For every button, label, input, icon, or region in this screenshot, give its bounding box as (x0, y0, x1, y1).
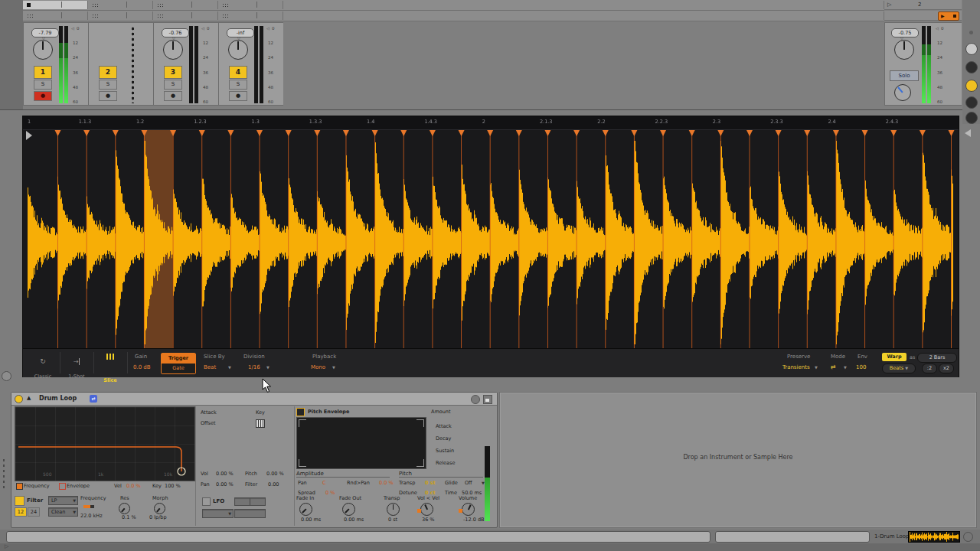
frequency-legend[interactable]: Frequency (24, 483, 50, 489)
device-on-toggle[interactable] (15, 395, 23, 403)
trigger-gate-switch[interactable]: Trigger Gate (161, 353, 196, 374)
mod-pan-value[interactable]: 0.00 % (216, 481, 234, 487)
lfo-rate-mode-button[interactable] (234, 497, 250, 506)
horizontal-scrollbar[interactable] (6, 531, 710, 543)
vel-value[interactable]: 0.0 % (126, 483, 141, 489)
lfo-wave-dropdown[interactable]: ▼ (202, 509, 234, 518)
master-round-button[interactable] (965, 112, 978, 124)
track-number-button[interactable]: 1 (34, 66, 52, 79)
clip-slot[interactable] (88, 1, 153, 9)
track-volume-value[interactable]: -inf (227, 28, 254, 37)
device-fold-button[interactable]: ▲ (27, 395, 31, 401)
filter-frequency-value[interactable]: 22.0 kHz (80, 513, 103, 519)
mod-filter-value[interactable]: 0.00 (268, 481, 279, 487)
fade-out-knob[interactable] (342, 503, 355, 516)
slope-24-button[interactable]: 24 (28, 507, 40, 517)
preserve-value[interactable]: Transients (782, 364, 810, 370)
track-arm-button[interactable]: ● (34, 91, 52, 101)
beat-time-ruler[interactable]: 11.1.31.21.2.31.31.3.31.41.4.322.1.32.22… (23, 116, 959, 130)
envelope-legend[interactable]: Envelope (67, 483, 90, 489)
volume-value[interactable]: -12.0 dB (463, 517, 484, 523)
track-pan-knob[interactable] (163, 40, 183, 60)
mode-classic-button[interactable]: ↻ Classic (29, 352, 57, 373)
master-pan-knob[interactable] (894, 40, 914, 60)
env-sustain-label[interactable]: Sustain (436, 448, 454, 454)
save-preset-icon[interactable] (483, 395, 492, 404)
mode-slice-button[interactable]: Slice (96, 352, 124, 373)
morph-knob[interactable] (154, 503, 165, 514)
wrench-icon[interactable] (471, 395, 480, 404)
mod-vol-value[interactable]: 0.00 % (216, 471, 234, 477)
filter-type-dropdown[interactable]: LP▼ (48, 496, 78, 505)
res-value[interactable]: 0.1 % (122, 514, 136, 520)
master-round-button[interactable] (965, 43, 978, 55)
master-volume-value[interactable]: -0.75 (891, 28, 919, 37)
clip-view-selector-icon[interactable] (2, 371, 11, 381)
rnd-pan-value[interactable]: 0.0 % (379, 480, 394, 486)
filter-display[interactable]: 500 1k 10k (15, 406, 195, 481)
master-solo-button[interactable]: Solo (890, 70, 919, 81)
scene-fire-button[interactable]: ▶ (938, 11, 959, 21)
hot-swap-icon[interactable]: ⇄ (90, 395, 97, 403)
frequency-swatch-icon[interactable] (16, 483, 23, 490)
clip-slot[interactable] (153, 1, 218, 9)
trigger-option[interactable]: Trigger (162, 354, 195, 364)
morph-value[interactable]: 0 lp/bp (149, 514, 167, 520)
env-value[interactable]: 100 (856, 364, 866, 370)
warp-bars-button[interactable]: 2 Bars (917, 353, 957, 363)
envelope-display[interactable] (296, 417, 426, 469)
fade-in-value[interactable]: 0.00 ms (301, 517, 321, 523)
warp-button[interactable]: Warp (882, 353, 906, 361)
clip-slot[interactable] (88, 11, 153, 20)
key-value[interactable]: 100 % (165, 483, 181, 489)
vol-vel-value[interactable]: 36 % (422, 517, 435, 523)
fade-out-value[interactable]: 0.00 ms (344, 517, 364, 523)
master-round-button[interactable] (965, 96, 978, 109)
clip-slot[interactable] (23, 1, 88, 9)
keyboard-icon[interactable] (256, 419, 265, 428)
transp-value[interactable]: 0 st (425, 480, 436, 486)
double-tempo-button[interactable]: x2 (939, 364, 954, 373)
pitch-env-toggle[interactable] (296, 408, 305, 416)
track-solo-button[interactable]: S (34, 80, 52, 90)
lfo-rate-dropdown[interactable] (234, 509, 266, 518)
env-attack-label[interactable]: Attack (436, 423, 452, 429)
master-round-button[interactable] (965, 80, 978, 92)
clip-slot[interactable] (218, 1, 283, 9)
filter-on-toggle[interactable] (15, 496, 24, 506)
gate-option[interactable]: Gate (162, 364, 195, 373)
lfo-sync-button[interactable] (250, 497, 266, 506)
track-number-button[interactable]: 2 (99, 66, 117, 79)
track-solo-button[interactable]: S (99, 80, 117, 90)
fade-in-knob[interactable] (299, 503, 312, 516)
env-release-label[interactable]: Release (436, 460, 455, 466)
track-pan-knob[interactable] (33, 40, 53, 60)
transp-value[interactable]: 0 st (388, 517, 397, 523)
track-number-button[interactable]: 4 (229, 66, 247, 79)
track-solo-button[interactable]: S (229, 80, 247, 90)
res-knob[interactable] (119, 503, 130, 514)
slope-12-button[interactable]: 12 (15, 507, 27, 517)
filter-circuit-dropdown[interactable]: Clean▼ (48, 507, 78, 517)
device-panel-handle[interactable] (2, 458, 6, 491)
track-solo-button[interactable]: S (164, 80, 182, 90)
master-round-button[interactable] (965, 61, 978, 73)
track-arm-button[interactable]: ● (229, 91, 247, 101)
waveform-canvas[interactable] (23, 116, 959, 348)
gain-value[interactable]: 0.0 dB (133, 364, 151, 370)
track-arm-button[interactable]: ● (164, 91, 182, 101)
horizontal-scrollbar[interactable] (715, 531, 870, 543)
pan-value[interactable]: C (322, 480, 326, 486)
track-arm-button[interactable]: ● (99, 91, 117, 101)
warp-mode-icon[interactable]: ⇄ (831, 364, 836, 370)
half-tempo-button[interactable]: :2 (922, 364, 937, 373)
master-scene-slot[interactable]: ▷ 2 (884, 0, 962, 10)
clip-slot[interactable] (218, 11, 283, 20)
mode-one-shot-button[interactable]: → 1-Shot (63, 352, 90, 373)
drop-area[interactable]: Drop an Instrument or Sample Here (499, 392, 977, 528)
env-decay-label[interactable]: Decay (436, 435, 451, 442)
playback-value[interactable]: Mono (311, 364, 325, 370)
volume-knob[interactable] (462, 503, 475, 516)
envelope-swatch-icon[interactable] (59, 483, 66, 490)
slice-by-value[interactable]: Beat (204, 364, 216, 370)
